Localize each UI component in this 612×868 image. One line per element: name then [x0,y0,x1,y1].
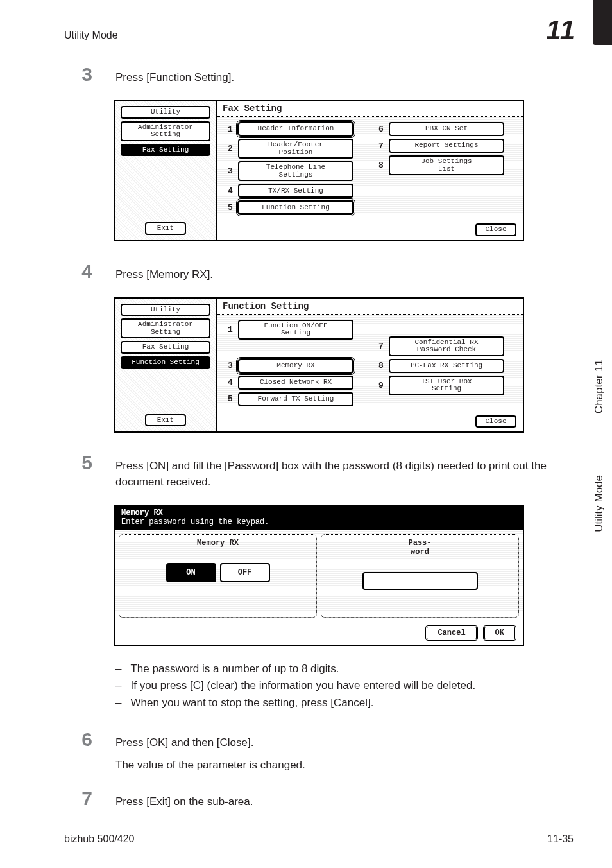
btn-header-footer-position[interactable]: Header/Footer Position [238,139,353,159]
row-num: 9 [376,381,386,390]
screen3-subtitle: Enter password using the keypad. [121,517,516,526]
exit-button[interactable]: Exit [145,414,186,427]
row-num: 4 [225,186,235,196]
header-title: Utility Mode [64,30,118,41]
row-num: 7 [376,141,386,151]
ok-button[interactable]: OK [483,625,516,641]
panel-memory-rx-label: Memory RX [123,539,312,548]
nav-utility[interactable]: Utility [121,304,210,317]
note-2: If you press [C] (clear) the information… [130,678,475,694]
page-header: Utility Mode 11 [64,19,574,44]
btn-pc-fax-rx-setting[interactable]: PC-Fax RX Setting [389,359,504,373]
row-num: 1 [225,325,235,334]
btn-job-settings-list[interactable]: Job Settings List [389,155,504,175]
btn-pbx-cn-set[interactable]: PBX CN Set [389,122,504,136]
btn-memory-rx[interactable]: Memory RX [238,359,353,373]
screen-function-setting: Utility Administrator Setting Fax Settin… [114,297,524,433]
screen-fax-setting: Utility Administrator Setting Fax Settin… [114,100,524,241]
step-4-number: 4 [64,261,92,282]
row-num: 1 [225,125,235,134]
btn-confidential-rx-password-check[interactable]: Confidential RX Password Check [389,336,504,356]
screen1-title: Fax Setting [217,101,523,116]
step-5-text: Press [ON] and fill the [Password] box w… [115,458,574,490]
screen2-title: Function Setting [217,299,523,314]
row-num: 8 [376,361,386,370]
step-5-notes: The password is a number of up to 8 digi… [115,661,574,711]
btn-report-settings[interactable]: Report Settings [389,139,504,153]
step-7-text: Press [Exit] on the sub-area. [115,794,574,810]
side-mode: Utility Mode [593,475,606,532]
screen-memory-rx: Memory RX Enter password using the keypa… [114,505,524,646]
row-num: 6 [376,125,386,134]
step-7-number: 7 [64,788,92,810]
row-num: 2 [225,144,235,153]
footer-right: 11-35 [547,833,574,845]
btn-txrx-setting[interactable]: TX/RX Setting [238,184,353,198]
footer-left: bizhub 500/420 [64,833,134,845]
btn-function-setting[interactable]: Function Setting [238,200,353,214]
row-num: 5 [225,394,235,404]
close-button[interactable]: Close [475,223,516,236]
side-chapter: Chapter 11 [593,360,606,413]
step-4-text: Press [Memory RX]. [115,267,574,283]
nav-fax-setting[interactable]: Fax Setting [121,144,210,157]
btn-tsi-user-box-setting[interactable]: TSI User Box Setting [389,376,504,395]
row-num: 3 [225,361,235,370]
nav-function-setting[interactable]: Function Setting [121,356,210,369]
step-3-number: 3 [64,64,92,85]
step-6-number: 6 [64,729,92,751]
step-5-number: 5 [64,452,92,474]
chapter-number: 11 [546,19,574,41]
row-num: 3 [225,166,235,176]
screen3-title: Memory RX [121,508,516,517]
nav-fax-setting[interactable]: Fax Setting [121,341,210,354]
note-1: The password is a number of up to 8 digi… [130,661,339,677]
panel-password-label: Pass- word [325,539,514,557]
row-num: 4 [225,378,235,387]
row-num: 7 [376,342,386,351]
nav-admin-setting[interactable]: Administrator Setting [121,318,210,338]
nav-utility[interactable]: Utility [121,106,210,119]
toggle-on[interactable]: ON [166,563,216,582]
cancel-button[interactable]: Cancel [425,625,477,641]
step-3-text: Press [Function Setting]. [115,70,574,86]
btn-telephone-line-settings[interactable]: Telephone Line Settings [238,161,353,181]
close-button[interactable]: Close [475,415,516,428]
corner-tab [593,0,612,45]
nav-admin-setting[interactable]: Administrator Setting [121,121,210,141]
step-6-text-1: Press [OK] and then [Close]. [115,735,574,751]
exit-button[interactable]: Exit [145,222,186,235]
page-footer: bizhub 500/420 11-35 [64,829,574,845]
btn-function-onoff-setting[interactable]: Function ON/OFF Setting [238,320,353,340]
step-6-text-2: The value of the parameter is changed. [115,758,574,774]
row-num: 5 [225,203,235,213]
btn-closed-network-rx[interactable]: Closed Network RX [238,376,353,390]
btn-header-information[interactable]: Header Information [238,122,353,136]
btn-forward-tx-setting[interactable]: Forward TX Setting [238,392,353,406]
row-num: 8 [376,161,386,170]
note-3: When you want to stop the setting, press… [130,695,373,711]
toggle-off[interactable]: OFF [220,563,270,582]
password-input[interactable] [362,572,478,590]
